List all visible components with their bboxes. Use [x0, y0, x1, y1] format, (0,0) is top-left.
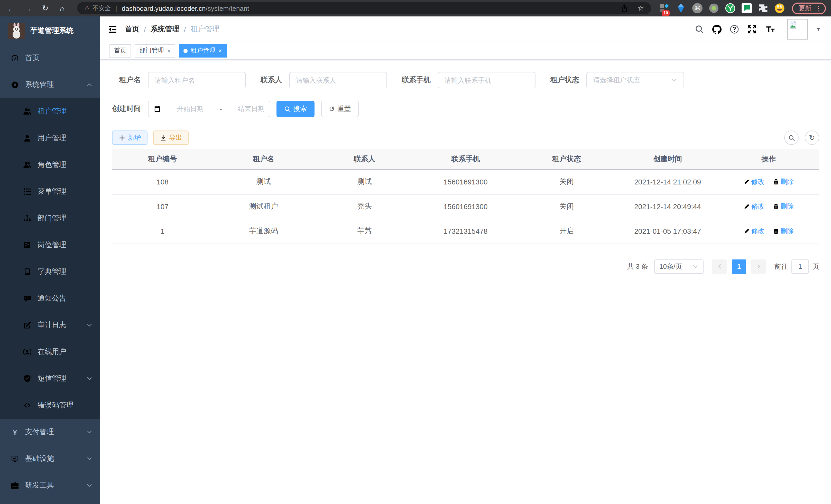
tab-label: 租户管理: [191, 46, 215, 55]
extension-badge-icon[interactable]: 10: [659, 3, 670, 13]
security-warning[interactable]: ⚠ 不安全: [84, 4, 111, 12]
page-size-select[interactable]: 10条/页: [654, 259, 704, 274]
breadcrumb-home[interactable]: 首页: [125, 24, 139, 34]
avatar-caret-icon[interactable]: ▼: [816, 26, 821, 32]
menu-label: 研发工具: [25, 481, 54, 490]
next-page-button[interactable]: [751, 259, 766, 274]
prev-page-button[interactable]: [712, 259, 727, 274]
add-button[interactable]: 新增: [112, 130, 147, 145]
browser-forward-icon[interactable]: →: [22, 2, 34, 14]
extension-emoji-icon[interactable]: [774, 3, 785, 13]
tab-tenant[interactable]: 租户管理 ×: [179, 44, 227, 57]
edit-button[interactable]: 修改: [743, 202, 765, 211]
tab-home[interactable]: 首页: [110, 44, 131, 57]
share-icon[interactable]: [621, 4, 628, 12]
refresh-button[interactable]: ↻: [805, 130, 819, 145]
goto-page-input[interactable]: [792, 259, 809, 274]
sidebar-item-online-user[interactable]: 在线用户: [0, 338, 100, 365]
reset-button[interactable]: ↺ 重置: [321, 101, 359, 117]
monitor-icon: [11, 455, 19, 463]
sidebar-item-user[interactable]: 用户管理: [0, 125, 100, 152]
sidebar-item-post[interactable]: 岗位管理: [0, 232, 100, 259]
sidebar-fold-icon[interactable]: [108, 24, 117, 34]
mobile-label: 联系手机: [402, 76, 431, 85]
sidebar-item-system[interactable]: 系统管理: [0, 71, 100, 98]
date-range-picker[interactable]: 开始日期 - 结束日期: [148, 101, 270, 117]
export-button[interactable]: 导出: [153, 130, 189, 145]
breadcrumb-separator: /: [144, 25, 146, 33]
pagination: 共 3 条 10条/页 1 前往 页: [112, 259, 819, 274]
sidebar-item-infra[interactable]: 基础设施: [0, 445, 100, 472]
browser-home-icon[interactable]: ⌂: [56, 2, 68, 14]
app-logo[interactable]: 芋道管理系统: [0, 17, 100, 45]
delete-button[interactable]: 删除: [773, 177, 794, 186]
extension-command-icon[interactable]: ⌘: [692, 3, 703, 13]
online-user-icon: [23, 348, 31, 356]
pencil-icon: [743, 179, 749, 185]
sidebar-item-dict[interactable]: 字典管理: [0, 259, 100, 285]
sidebar-item-home[interactable]: 首页: [0, 45, 100, 71]
table-header-row: 租户编号 租户名 联系人 联系手机 租户状态 创建时间 操作: [112, 149, 819, 170]
sidebar-item-role[interactable]: 角色管理: [0, 152, 100, 178]
help-icon[interactable]: [730, 24, 739, 34]
sidebar-item-dev-tools[interactable]: 研发工具: [0, 472, 100, 499]
extensions-puzzle-icon[interactable]: [758, 3, 768, 13]
extension-y-logo-icon[interactable]: [725, 3, 736, 13]
sidebar-item-notice[interactable]: 通知公告: [0, 285, 100, 312]
chevron-down-icon: [671, 77, 677, 83]
mobile-input[interactable]: [445, 76, 529, 84]
search-button[interactable]: 搜索: [277, 101, 315, 117]
bookmark-star-icon[interactable]: ☆: [637, 4, 644, 12]
github-icon[interactable]: [712, 24, 721, 34]
col-tenant-name: 租户名: [213, 149, 314, 170]
contact-input-wrap: [289, 72, 387, 88]
col-tenant-id: 租户编号: [112, 149, 213, 170]
delete-button[interactable]: 删除: [773, 227, 794, 236]
breadcrumb-system[interactable]: 系统管理: [150, 24, 179, 34]
sidebar-item-tenant[interactable]: 租户管理: [0, 98, 100, 125]
sidebar-item-dept[interactable]: 部门管理: [0, 205, 100, 232]
show-search-button[interactable]: [784, 130, 799, 145]
status-select-placeholder: 请选择租户状态: [593, 76, 640, 85]
contact-input[interactable]: [296, 76, 380, 84]
fullscreen-icon[interactable]: [747, 24, 756, 34]
edit-button[interactable]: 修改: [743, 177, 765, 186]
tenant-name-input[interactable]: [155, 76, 239, 84]
browser-toolbar: ← → ↻ ⌂ ⚠ 不安全 | dashboard.yudao.iocoder.…: [0, 0, 831, 17]
close-icon[interactable]: ×: [167, 48, 171, 54]
sidebar-item-menu[interactable]: 菜单管理: [0, 178, 100, 205]
sidebar-item-audit-log[interactable]: 审计日志: [0, 312, 100, 338]
close-icon[interactable]: ×: [219, 48, 222, 54]
sidebar: 芋道管理系统 首页 系统管理 租户管理 用户管理 角色管理: [0, 17, 100, 504]
extension-kite-icon[interactable]: [676, 3, 686, 13]
avatar[interactable]: [787, 19, 808, 39]
cell-contact: 测试: [314, 170, 415, 194]
edit-button[interactable]: 修改: [743, 227, 765, 236]
address-divider: |: [116, 5, 117, 12]
extension-chat-icon[interactable]: [742, 3, 752, 13]
font-size-icon[interactable]: [765, 24, 776, 34]
page-number-current[interactable]: 1: [732, 259, 746, 274]
cell-name: 测试: [213, 170, 314, 194]
status-select[interactable]: 请选择租户状态: [586, 72, 684, 88]
cell-actions: 修改删除: [718, 194, 819, 219]
browser-back-icon[interactable]: ←: [5, 2, 18, 14]
tab-dept[interactable]: 部门管理 ×: [135, 44, 175, 57]
browser-menu-icon[interactable]: ⋮: [815, 4, 822, 12]
chevron-left-icon: [717, 264, 722, 269]
sidebar-item-pay[interactable]: ¥ 支付管理: [0, 419, 100, 445]
extension-green-dot-icon[interactable]: [709, 3, 719, 13]
edit-log-icon: [23, 321, 31, 329]
search-icon: [788, 135, 795, 141]
address-bar[interactable]: ⚠ 不安全 | dashboard.yudao.iocoder.cn/syste…: [77, 2, 651, 14]
header-search-icon[interactable]: [695, 24, 704, 34]
breadcrumb: 首页 / 系统管理 / 租户管理: [125, 24, 220, 34]
tab-label: 部门管理: [139, 46, 164, 55]
browser-reload-icon[interactable]: ↻: [39, 2, 51, 14]
delete-button[interactable]: 删除: [773, 202, 794, 211]
sidebar-item-error-code[interactable]: 错误码管理: [0, 392, 100, 419]
sidebar-item-sms[interactable]: 短信管理: [0, 365, 100, 392]
browser-update-button[interactable]: 更新 ⋮: [792, 2, 826, 14]
cell-name: 芋道源码: [213, 219, 314, 243]
filter-row-2: 创建时间 开始日期 - 结束日期 搜索 ↺ 重置: [112, 101, 819, 117]
